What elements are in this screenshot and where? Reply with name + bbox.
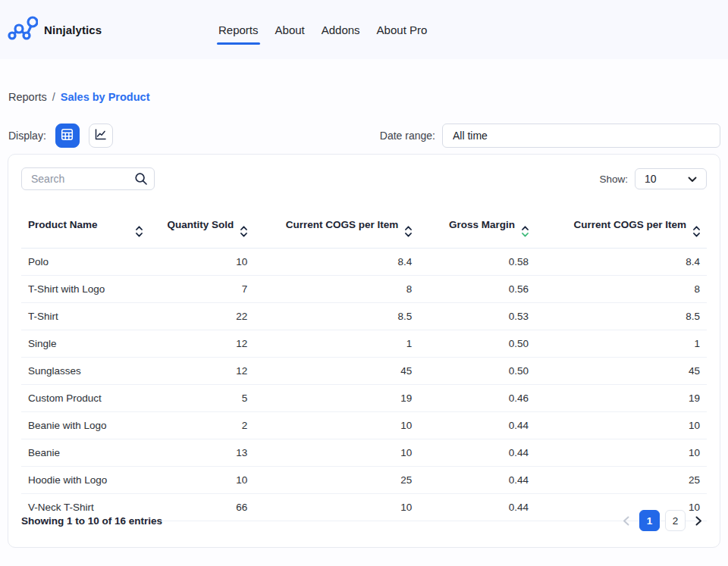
sort-icon[interactable] <box>405 226 412 237</box>
show-select[interactable]: 10 <box>635 168 707 189</box>
product-name-cell: T-Shirt with Logo <box>21 276 158 303</box>
sort-icon[interactable] <box>136 226 143 237</box>
breadcrumb: Reports / Sales by Product <box>8 91 149 103</box>
display-label: Display: <box>8 130 46 142</box>
value-cell: 45 <box>535 358 707 385</box>
value-cell: 0.46 <box>419 385 535 412</box>
date-range-group: Date range: <box>380 124 720 148</box>
report-table-card: Show: 10 Product NameQuantity SoldCurren… <box>8 154 720 548</box>
value-cell: 22 <box>158 303 255 330</box>
breadcrumb-reports[interactable]: Reports <box>8 91 47 103</box>
column-header-current-cogs-per-item[interactable]: Current COGS per Item <box>535 206 707 249</box>
value-cell: 0.50 <box>419 358 535 385</box>
sales-by-product-table: Product NameQuantity SoldCurrent COGS pe… <box>21 206 707 521</box>
table-row: T-Shirt228.50.538.5 <box>21 303 707 330</box>
show-label: Show: <box>599 174 628 185</box>
value-cell: 0.56 <box>419 276 535 303</box>
value-cell: 13 <box>158 439 255 467</box>
table-body: Polo108.40.588.4T-Shirt with Logo780.568… <box>21 249 707 521</box>
nav-item-about[interactable]: About <box>275 19 305 41</box>
value-cell: 19 <box>254 385 419 412</box>
column-header-product-name[interactable]: Product Name <box>21 206 158 249</box>
date-range-input[interactable] <box>442 124 720 148</box>
value-cell: 8.4 <box>254 249 419 276</box>
table-footer: Showing 1 to 10 of 16 entries 1 2 <box>21 509 707 532</box>
product-name-cell: Hoodie with Logo <box>21 467 158 494</box>
display-toggle-group: Display: <box>8 124 113 148</box>
value-cell: 10 <box>254 412 419 439</box>
value-cell: 19 <box>535 385 707 412</box>
product-name-cell: Single <box>21 330 158 358</box>
column-header-gross-margin[interactable]: Gross Margin <box>419 206 535 249</box>
date-range-label: Date range: <box>380 130 435 142</box>
nav-item-about-pro[interactable]: About Pro <box>377 19 428 41</box>
product-name-cell: Custom Product <box>21 385 158 412</box>
sort-icon[interactable] <box>240 226 247 237</box>
show-select-value: 10 <box>645 173 657 185</box>
table-controls: Show: 10 <box>21 167 707 190</box>
value-cell: 8.4 <box>535 249 707 276</box>
column-label: Current COGS per Item <box>286 219 399 230</box>
top-navigation-bar: Ninjalytics Reports About Addons About P… <box>0 0 728 59</box>
value-cell: 10 <box>158 249 255 276</box>
show-entries-group: Show: 10 <box>599 168 707 189</box>
product-name-cell: T-Shirt <box>21 303 158 330</box>
ninjalytics-logo-icon <box>8 14 38 45</box>
page-button-1[interactable]: 1 <box>639 510 660 531</box>
table-row: Beanie13100.4410 <box>21 439 707 467</box>
value-cell: 8 <box>254 276 419 303</box>
value-cell: 5 <box>158 385 255 412</box>
search-box <box>21 167 155 190</box>
brand[interactable]: Ninjalytics <box>8 0 102 59</box>
value-cell: 0.44 <box>419 412 535 439</box>
product-name-cell: Beanie <box>21 439 158 467</box>
value-cell: 2 <box>158 412 255 439</box>
breadcrumb-current-page: Sales by Product <box>61 91 150 103</box>
nav-item-reports[interactable]: Reports <box>218 19 259 41</box>
value-cell: 10 <box>254 439 419 467</box>
table-row: Beanie with Logo2100.4410 <box>21 412 707 439</box>
breadcrumb-separator: / <box>52 91 55 103</box>
sort-icon[interactable] <box>522 226 529 237</box>
table-row: Single1210.501 <box>21 330 707 358</box>
value-cell: 1 <box>535 330 707 358</box>
value-cell: 25 <box>254 467 419 494</box>
table-row: Custom Product5190.4619 <box>21 385 707 412</box>
brand-title: Ninjalytics <box>44 23 102 36</box>
value-cell: 12 <box>158 358 255 385</box>
entries-summary: Showing 1 to 10 of 16 entries <box>21 515 162 527</box>
column-label: Gross Margin <box>449 219 515 230</box>
value-cell: 8.5 <box>254 303 419 330</box>
table-header-row: Product NameQuantity SoldCurrent COGS pe… <box>21 206 707 249</box>
value-cell: 0.58 <box>419 249 535 276</box>
page-button-2[interactable]: 2 <box>665 510 686 531</box>
value-cell: 10 <box>158 467 255 494</box>
column-header-current-cogs-per-item[interactable]: Current COGS per Item <box>254 206 419 249</box>
value-cell: 12 <box>158 330 255 358</box>
value-cell: 0.44 <box>419 467 535 494</box>
pagination: 1 2 <box>618 510 707 531</box>
product-name-cell: Beanie with Logo <box>21 412 158 439</box>
value-cell: 45 <box>254 358 419 385</box>
product-name-cell: Sunglasses <box>21 358 158 385</box>
column-header-quantity-sold[interactable]: Quantity Sold <box>158 206 255 249</box>
previous-page-icon[interactable] <box>618 516 634 526</box>
value-cell: 25 <box>535 467 707 494</box>
sort-icon[interactable] <box>693 226 700 237</box>
value-cell: 0.44 <box>419 439 535 467</box>
value-cell: 8.5 <box>535 303 707 330</box>
table-row: Polo108.40.588.4 <box>21 249 707 276</box>
product-name-cell: Polo <box>21 249 158 276</box>
next-page-icon[interactable] <box>691 516 707 526</box>
main-nav: Reports About Addons About Pro <box>218 0 427 59</box>
display-chart-button[interactable] <box>89 124 113 148</box>
column-label: Product Name <box>28 219 98 230</box>
data-table-wrap: Product NameQuantity SoldCurrent COGS pe… <box>21 206 707 521</box>
nav-item-addons[interactable]: Addons <box>322 19 360 41</box>
value-cell: 7 <box>158 276 255 303</box>
display-table-button[interactable] <box>55 124 80 148</box>
value-cell: 10 <box>535 439 707 467</box>
search-icon[interactable] <box>134 172 148 189</box>
value-cell: 10 <box>535 412 707 439</box>
line-chart-icon <box>94 128 107 143</box>
